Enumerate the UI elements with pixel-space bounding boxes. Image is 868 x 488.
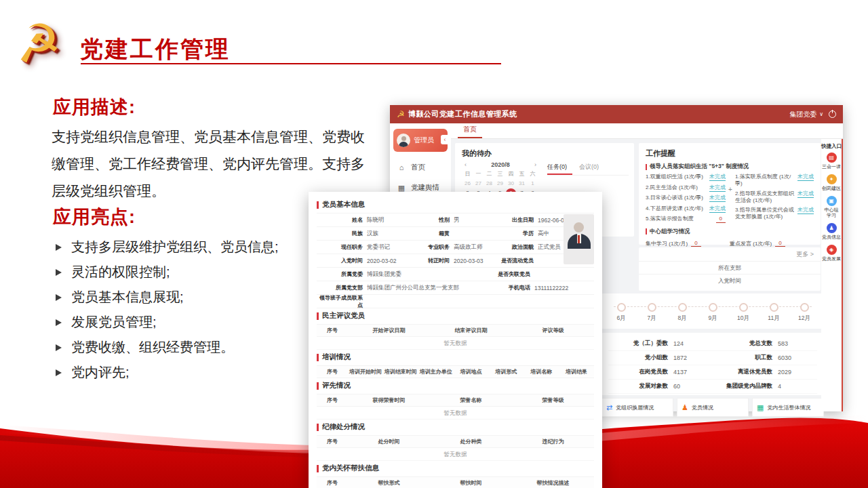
- cards-row: ⇄党组织换届情况♟党员情况▦党内生活整体情况: [601, 398, 824, 417]
- user-card[interactable]: 管理员 ‹: [393, 129, 448, 152]
- home-icon: ⌂: [397, 163, 406, 171]
- reminder-status-link[interactable]: 0: [716, 216, 726, 223]
- quick-entry-panel: 快捷入口 ▤三会一课✦创岗建区▣中心组 学习♟党员信息◈党员发展: [821, 139, 843, 411]
- field-label: 政治面貌: [496, 243, 538, 251]
- person-icon: ♟: [682, 403, 688, 412]
- field-value: 陈晓明: [367, 216, 418, 224]
- app-header: ☭ 博颢公司党建工作信息管理系统 集团党委 ∨: [390, 105, 843, 123]
- table-header-cell: 处分时间: [348, 436, 430, 447]
- reminder-item: 3.指导所属单位党代会或党支部换届 (1次/年)未完成: [735, 207, 814, 220]
- reminder-item: 5.落实请示报告制度0: [646, 216, 726, 223]
- reminder-status-link[interactable]: 未完成: [797, 190, 814, 198]
- field-value: 13111122222: [534, 285, 594, 291]
- section-title: 党内关怀帮扶信息: [317, 464, 594, 473]
- timeline-node: 6月: [611, 303, 631, 323]
- timeline-dot-icon: [739, 303, 748, 312]
- card-board[interactable]: ▦党内生活整体情况: [752, 398, 824, 417]
- task-tabs: 任务(0)会议(0): [547, 161, 629, 176]
- stat-label: 离退休党员数: [713, 368, 778, 376]
- table-header-cell: 处分种类: [430, 436, 512, 447]
- timeline-dot-icon: [800, 303, 809, 312]
- member-photo: [564, 214, 594, 264]
- timeline-panel: 6月7月8月9月10月11月12月: [601, 293, 824, 329]
- reminder-item-text: 1.落实联系点制度 (1次/季): [735, 174, 797, 187]
- task-tab[interactable]: 会议(0): [579, 161, 604, 175]
- highlight-text: 发展党员管理;: [71, 310, 157, 335]
- quick-entry-item[interactable]: ▣中心组 学习: [822, 196, 841, 218]
- reminder-status-link[interactable]: 未完成: [797, 207, 814, 214]
- quick-entry-item[interactable]: ◈党员发展: [822, 245, 841, 262]
- timeline-month-label: 6月: [616, 314, 625, 323]
- reminder-item-text: 5.落实请示报告制度: [646, 216, 716, 222]
- quick-entry-label: 创岗建区: [822, 186, 841, 191]
- card-person[interactable]: ♟党员情况: [677, 398, 749, 417]
- quick-entry-item[interactable]: ✦创岗建区: [822, 174, 841, 191]
- partial-table-row: 所在支部: [639, 261, 821, 274]
- calendar-prev-button[interactable]: ‹: [465, 161, 467, 168]
- card-cycle[interactable]: ⇄党组织换届情况: [601, 398, 673, 417]
- table-header-cell: 培训主办单位: [418, 366, 454, 378]
- task-tab[interactable]: 任务(0): [547, 161, 572, 175]
- reminder-item-text: 2.指导联系点党支部组织生活会 (1次/年): [735, 190, 797, 204]
- reminder-item-text: 3.指导所属单位党代会或党支部换届 (1次/年): [735, 207, 797, 220]
- sidebar-item-home[interactable]: ⌂首页: [390, 157, 451, 178]
- calendar-next-button[interactable]: ›: [534, 161, 536, 168]
- timeline-node: 8月: [672, 303, 692, 323]
- partial-table-panel: 更多 > 所在支部入党时间: [639, 247, 821, 291]
- field-label: 姓名: [317, 216, 367, 224]
- calendar-day[interactable]: 29: [495, 179, 505, 188]
- book-icon: ▣: [827, 196, 837, 206]
- center-item-value[interactable]: 0: [691, 240, 701, 247]
- highlights-list: 支持多层级维护党组织、党员信息;灵活的权限控制;党员基本信息展现;发展党员管理;…: [56, 235, 368, 385]
- reminder-status-link[interactable]: 未完成: [797, 174, 814, 181]
- reminder-item: 3.日常谈心谈话 (1次/季)未完成: [646, 195, 726, 202]
- page-title: 党建工作管理: [80, 34, 231, 65]
- reminder-subtitle: 领导人员落实组织生活 "5+3" 制度情况: [646, 163, 814, 171]
- timeline-month-label: 9月: [708, 314, 717, 323]
- calendar-day[interactable]: 27: [473, 179, 484, 188]
- calendar-weekday: 一: [473, 169, 484, 178]
- calendar-day[interactable]: 31: [517, 179, 527, 188]
- center-item-value[interactable]: 0: [775, 240, 785, 247]
- more-link[interactable]: 更多 >: [796, 250, 814, 259]
- collapse-sidebar-button[interactable]: ‹: [441, 135, 449, 144]
- stat-value: 4137: [673, 369, 687, 375]
- timeline-node: 12月: [794, 303, 814, 323]
- chevron-down-icon[interactable]: ∨: [819, 111, 823, 117]
- tab-home[interactable]: 首页: [458, 125, 482, 138]
- stat-label: 党小组数: [608, 354, 673, 362]
- org-dropdown[interactable]: 集团党委: [789, 110, 816, 119]
- field-label: 出生日期: [496, 216, 538, 224]
- stat-value: 60: [673, 383, 680, 390]
- field-value: 汉族: [367, 230, 418, 238]
- field-label: 转正时间: [418, 257, 454, 264]
- card-label: 党组织换届情况: [616, 404, 654, 411]
- hammer-sickle-icon: ☭: [12, 9, 83, 76]
- calendar-day[interactable]: 1: [528, 179, 538, 188]
- highlight-item: 发展党员管理;: [56, 310, 368, 335]
- field-value: 2020-03-03: [454, 258, 496, 264]
- user-name: 管理员: [414, 136, 434, 145]
- reminder-status-link[interactable]: 未完成: [709, 205, 726, 213]
- calendar-day[interactable]: 26: [462, 179, 473, 188]
- stat-cell: 党小组数1872: [608, 351, 713, 365]
- power-icon[interactable]: [829, 110, 836, 118]
- plus-separator: +: [726, 174, 735, 226]
- reminder-status-link[interactable]: 未完成: [709, 195, 726, 202]
- list-icon: ▤: [827, 152, 837, 163]
- field-label: 是否流动党员: [496, 257, 538, 264]
- todo-title: 我的待办: [455, 143, 634, 161]
- quick-entry-item[interactable]: ♟党员信息: [822, 223, 841, 240]
- calendar-weekday: 六: [528, 169, 538, 178]
- reminder-status-link[interactable]: 未完成: [709, 184, 726, 192]
- cycle-icon: ⇄: [606, 403, 612, 412]
- quick-entry-item[interactable]: ▤三会一课: [822, 152, 841, 169]
- quick-entry-label: 党员发展: [822, 256, 841, 262]
- calendar-day[interactable]: 28: [484, 179, 494, 188]
- reminder-status-link[interactable]: 未完成: [709, 174, 726, 181]
- calendar-day[interactable]: 30: [506, 179, 516, 188]
- stat-cell: 职工数6030: [713, 351, 817, 365]
- grid-icon: ▦: [397, 184, 406, 192]
- quick-entry-title: 快捷入口: [821, 143, 842, 150]
- reminder-item: 1.双重组织生活 (1次/季)未完成: [646, 174, 726, 181]
